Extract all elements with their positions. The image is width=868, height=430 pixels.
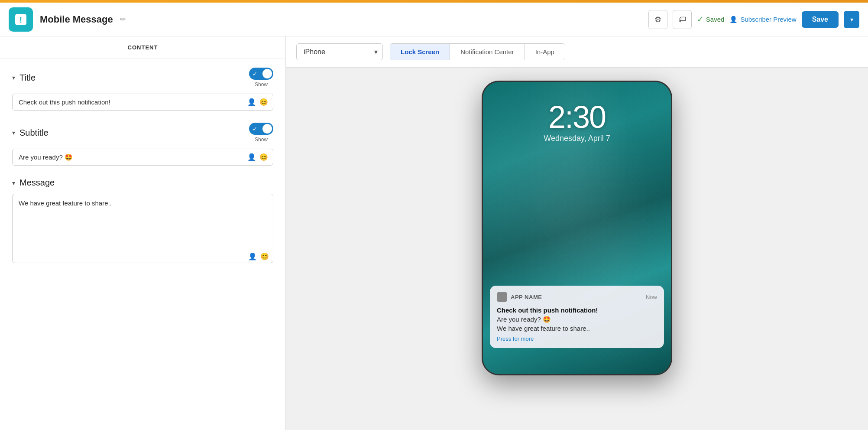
- header: ! Mobile Message ✏ ⚙ 🏷 ✓ Saved 👤 Subscri…: [0, 3, 868, 36]
- notification-title-line: Check out this push notification!: [497, 306, 657, 315]
- content-header-label: CONTENT: [0, 36, 285, 59]
- title-field-icons: 👤 😊: [247, 98, 268, 106]
- title-toggle-wrapper: ✓ Show: [249, 68, 273, 88]
- preview-toolbar: iPhone Android ▾ Lock Screen Notificatio…: [286, 36, 868, 68]
- subtitle-toggle-check: ✓: [253, 126, 257, 132]
- app-shell: ! Mobile Message ✏ ⚙ 🏷 ✓ Saved 👤 Subscri…: [0, 0, 868, 430]
- tab-lock-screen[interactable]: Lock Screen: [390, 44, 450, 60]
- subscriber-preview-icon: 👤: [729, 16, 738, 23]
- title-section-label: Title: [19, 73, 36, 83]
- subtitle-field-icons: 👤 😊: [247, 153, 268, 161]
- chevron-down-icon: ▾: [850, 16, 853, 23]
- subtitle-toggle-wrapper: ✓ Show: [249, 123, 273, 143]
- notification-card: APP NAME Now Check out this push notific…: [490, 286, 664, 348]
- notification-message-line: We have great feature to share..: [497, 324, 657, 333]
- message-section-header: ▾ Message: [12, 178, 273, 188]
- saved-label: Saved: [706, 16, 725, 23]
- left-panel: CONTENT ▾ Title ✓: [0, 36, 286, 430]
- iphone-time: 2:30: [483, 99, 671, 135]
- message-chevron-icon[interactable]: ▾: [12, 179, 15, 186]
- check-icon: ✓: [697, 15, 703, 24]
- subtitle-section-label: Subtitle: [19, 128, 49, 138]
- saved-indicator: ✓ Saved: [697, 15, 725, 24]
- subtitle-toggle-track[interactable]: ✓: [249, 123, 273, 135]
- preview-area: 2:30 Wednesday, April 7 APP NAME Now Che…: [286, 68, 868, 430]
- view-tabs: Lock Screen Notification Center In-App: [390, 43, 565, 60]
- header-right: ⚙ 🏷 ✓ Saved 👤 Subscriber Preview Save ▾: [648, 10, 859, 29]
- tab-notification-center[interactable]: Notification Center: [450, 44, 525, 60]
- title-section-header: ▾ Title ✓ Show: [12, 68, 273, 88]
- tab-in-app[interactable]: In-App: [525, 44, 565, 60]
- main-content: CONTENT ▾ Title ✓: [0, 36, 868, 430]
- subtitle-section-title-row: ▾ Subtitle: [12, 128, 49, 138]
- title-show-label: Show: [255, 81, 268, 88]
- tag-button[interactable]: 🏷: [673, 10, 692, 29]
- title-section: ▾ Title ✓ Show: [12, 68, 273, 111]
- subtitle-show-label: Show: [255, 137, 268, 143]
- iphone-mockup: 2:30 Wednesday, April 7 APP NAME Now Che…: [482, 81, 672, 375]
- message-textarea-wrapper: We have great feature to share.. 👤 😊: [12, 194, 273, 265]
- subtitle-toggle[interactable]: ✓: [249, 123, 273, 135]
- title-input[interactable]: [12, 94, 273, 111]
- device-select[interactable]: iPhone Android: [296, 43, 383, 60]
- header-left: ! Mobile Message ✏: [9, 7, 648, 32]
- title-field-row: 👤 😊: [12, 94, 273, 111]
- message-emoji-icon[interactable]: 😊: [260, 252, 269, 261]
- title-toggle-track[interactable]: ✓: [249, 68, 273, 80]
- edit-icon[interactable]: ✏: [120, 15, 126, 23]
- device-select-wrapper: iPhone Android ▾: [296, 43, 383, 60]
- save-dropdown-button[interactable]: ▾: [844, 11, 859, 28]
- title-section-title-row: ▾ Title: [12, 73, 36, 83]
- notification-time: Now: [646, 294, 657, 300]
- title-toggle[interactable]: ✓: [249, 68, 273, 80]
- subtitle-chevron-icon[interactable]: ▾: [12, 129, 15, 136]
- svg-text:!: !: [19, 16, 22, 24]
- save-button[interactable]: Save: [802, 11, 839, 28]
- subtitle-person-icon[interactable]: 👤: [247, 153, 256, 161]
- iphone-date: Wednesday, April 7: [483, 134, 671, 143]
- settings-button[interactable]: ⚙: [648, 10, 667, 29]
- subtitle-input[interactable]: [12, 149, 273, 166]
- title-chevron-icon[interactable]: ▾: [12, 74, 15, 81]
- tag-icon: 🏷: [678, 15, 686, 24]
- gear-icon: ⚙: [654, 15, 661, 24]
- subtitle-section-header: ▾ Subtitle ✓ Show: [12, 123, 273, 143]
- message-section-label: Message: [19, 178, 55, 188]
- app-logo: !: [9, 7, 33, 32]
- notification-header: APP NAME Now: [497, 292, 657, 302]
- subtitle-section: ▾ Subtitle ✓ Show: [12, 123, 273, 166]
- subscriber-preview-label: Subscriber Preview: [740, 16, 796, 23]
- right-panel: iPhone Android ▾ Lock Screen Notificatio…: [286, 36, 868, 430]
- app-title: Mobile Message: [40, 14, 113, 25]
- subscriber-preview-button[interactable]: 👤 Subscriber Preview: [729, 16, 796, 23]
- notification-press-more: Press for more: [497, 336, 657, 342]
- message-section-title-row: ▾ Message: [12, 178, 55, 188]
- message-field-icons: 👤 😊: [248, 252, 269, 261]
- notification-app-icon: [497, 292, 507, 302]
- notification-app-row: APP NAME: [497, 292, 542, 302]
- title-toggle-check: ✓: [253, 71, 257, 77]
- title-emoji-icon[interactable]: 😊: [259, 98, 268, 106]
- subtitle-emoji-icon[interactable]: 😊: [259, 153, 268, 161]
- notification-app-name: APP NAME: [511, 294, 542, 300]
- subtitle-field-row: 👤 😊: [12, 149, 273, 166]
- message-textarea[interactable]: We have great feature to share..: [12, 194, 273, 263]
- notification-subtitle-line: Are you ready? 🤩: [497, 315, 657, 324]
- message-section: ▾ Message We have great feature to share…: [12, 178, 273, 265]
- message-person-icon[interactable]: 👤: [248, 252, 257, 261]
- left-scroll-area: ▾ Title ✓ Show: [0, 59, 285, 430]
- title-person-icon[interactable]: 👤: [247, 98, 256, 106]
